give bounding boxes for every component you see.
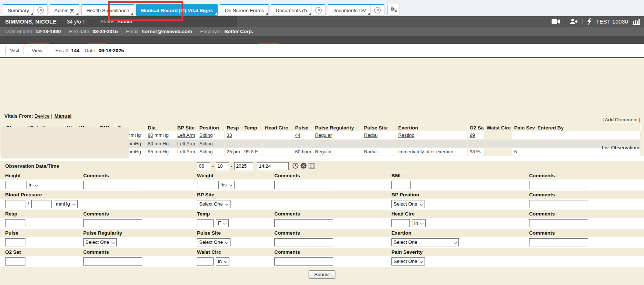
temp-comments-input[interactable] [274,219,333,227]
quick-action-bolt-icon[interactable] [587,18,592,25]
tab-admin[interactable]: Admin(5) [50,4,80,16]
vital-value-link[interactable]: Left Arm [177,132,195,138]
dob-field: Date of birth:12-18-1990 [5,29,61,34]
bmi-input[interactable] [391,181,411,189]
pulse-input[interactable] [5,238,25,246]
vital-value-link[interactable]: Immediately after exertion [398,149,454,154]
patient-demographics: Date of birth:12-18-1990 Hire date:08-24… [0,27,644,36]
obs-day-input[interactable] [216,162,229,170]
weight-comments-input[interactable] [274,181,333,189]
head-circ-unit-select[interactable]: in [412,219,426,227]
vital-value-link[interactable]: 25 [227,149,232,154]
resp-input[interactable] [5,219,25,227]
weight-unit-select[interactable]: lbs [218,181,235,189]
video-call-icon[interactable] [552,19,560,24]
tab-on-screen-forms[interactable]: On Screen Forms [220,4,269,16]
tab-medical-record[interactable]: Medical Record(12):Vital Signs [136,4,218,16]
vital-value-link[interactable]: Sitting [200,141,213,146]
bp-position-select[interactable]: Select One [391,200,425,208]
tab-documents-dv[interactable]: Documents-DV [328,4,385,16]
bp-site-select[interactable]: Select One [197,200,230,208]
vital-value-link[interactable]: 80 [148,141,153,146]
bp-comments-input[interactable] [529,200,588,208]
bp-unit-select[interactable]: mmHg [54,200,78,208]
vital-value-link[interactable]: Sitting [200,132,213,138]
visit-button[interactable]: Visit [5,46,24,55]
vital-value-link[interactable]: Left Arm [177,149,195,154]
tab-summary[interactable]: Summary [3,4,47,16]
o2-comments-input[interactable] [83,257,142,266]
vital-value-link[interactable]: Radial [364,132,378,138]
table-cell: Regular [313,147,362,156]
device-link[interactable]: Device [35,113,50,119]
vital-value-link[interactable]: 33 [227,132,232,138]
pulse-comments-input[interactable] [274,238,333,246]
pulse-site-select[interactable]: Select One [197,238,230,246]
head-circ-comments-label: Comments [524,211,644,217]
obs-month-input[interactable] [197,162,210,170]
bmi-comments-input[interactable] [529,181,588,189]
vital-value-link[interactable]: 44 [295,132,300,138]
manual-link[interactable]: Manual [54,113,72,119]
patient-age-sex: 34 y/o F [67,19,86,25]
popout-arrow-icon[interactable] [34,5,47,15]
vital-value-link[interactable]: 5 [514,149,517,154]
vital-value-link[interactable]: 60 [295,149,300,154]
clock-icon[interactable] [292,163,299,170]
vital-value-link[interactable]: Sitting [200,149,213,154]
vital-value-link[interactable]: 99 [470,132,475,138]
bp-diastolic-input[interactable] [31,200,52,208]
column-header: Pain Sev [512,124,535,131]
exertion-comments-input[interactable] [529,238,588,246]
head-circ-comments-input[interactable] [529,219,588,227]
pain-severity-select[interactable]: Select One [391,257,425,266]
annotation-red-dash [88,43,106,44]
head-circ-input[interactable] [391,219,410,227]
vital-value-link[interactable]: 85 [148,149,153,154]
vital-value-link[interactable]: 99.8 [244,149,254,154]
clear-date-icon[interactable] [300,163,307,170]
tab-health-surveillance[interactable]: Health Surveillance [81,4,134,16]
vital-value-link[interactable]: Regular [315,132,332,138]
vital-value-link[interactable]: Left Arm [177,141,195,146]
submit-button[interactable]: Submit [309,270,335,279]
bp-systolic-input[interactable] [5,200,25,208]
exertion-select[interactable]: Select One [391,238,459,246]
tab-summary-label: Summary [8,8,29,13]
add-person-icon[interactable] [570,18,578,25]
popout-arrow-icon[interactable] [370,5,384,15]
vital-value-link[interactable]: Radial [364,149,378,154]
table-cell [263,139,293,147]
vital-value-link[interactable]: Resting [398,132,415,138]
waist-comments-input[interactable] [274,257,333,266]
temp-input[interactable] [197,219,214,227]
popout-arrow-icon[interactable] [312,5,325,15]
height-comments-input[interactable] [83,181,142,189]
tab-documents[interactable]: Documents(7) [271,4,325,16]
waist-unit-select[interactable]: in [216,257,229,266]
tab-medical-record-count: (12) [179,8,186,13]
add-document-link[interactable]: Add Document [605,117,637,122]
column-header: Pulse Site [362,124,396,131]
settings-gear-icon[interactable] [387,4,400,16]
view-button[interactable]: View [27,46,47,55]
weight-input[interactable] [197,181,216,189]
calendar-icon[interactable] [309,163,315,170]
o2-sat-label: O2 Sat [0,249,78,255]
vitals-entry-form: Observation Date/Time - - H [0,161,644,282]
vital-value-link[interactable]: Regular [315,149,332,154]
temp-unit-select[interactable]: F [216,219,229,227]
flowsheet-chart-icon[interactable] [633,18,640,25]
obs-year-input[interactable] [234,162,253,170]
table-cell [362,139,396,147]
pulse-regularity-select[interactable]: Select One [83,238,117,246]
height-input[interactable] [5,181,24,189]
o2-sat-input[interactable] [5,257,25,266]
list-observations-link[interactable]: List Observations [602,145,640,150]
waist-circ-input[interactable] [197,257,214,266]
resp-comments-input[interactable] [83,219,142,227]
height-unit-select[interactable]: in [27,181,40,189]
obs-time-input[interactable] [257,162,289,170]
vital-value-link[interactable]: 90 [148,132,153,138]
vital-value-link[interactable]: 98 [470,149,475,154]
